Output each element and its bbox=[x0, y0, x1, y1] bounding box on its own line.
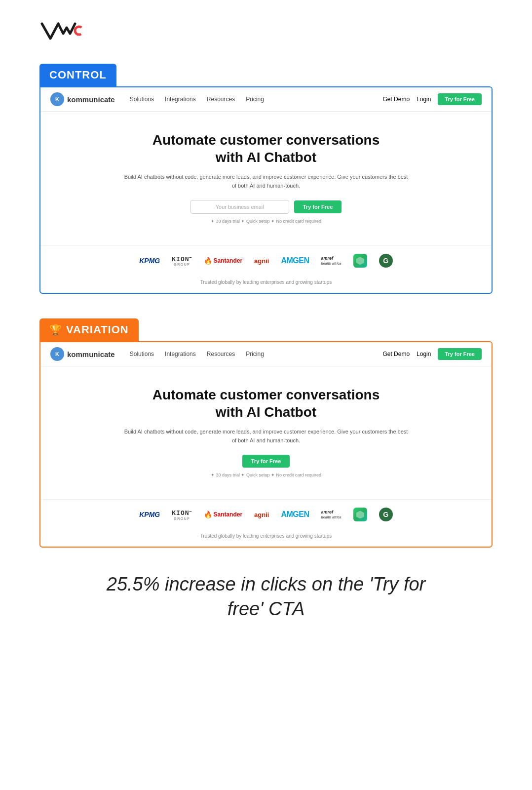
nav-link-resources[interactable]: Resources bbox=[207, 96, 235, 103]
variation-nav-resources[interactable]: Resources bbox=[207, 351, 235, 357]
control-hero: Automate customer conversations with AI … bbox=[40, 112, 492, 245]
svg-point-0 bbox=[75, 27, 83, 35]
control-trusted-text: Trusted globally by leading enterprises … bbox=[40, 276, 492, 293]
brand-agnii: agnii bbox=[254, 257, 269, 265]
control-label: CONTROL bbox=[39, 64, 116, 86]
kommunicate-icon: K bbox=[50, 92, 64, 106]
variation-frame: K kommunicate Solutions Integrations Res… bbox=[39, 341, 493, 548]
variation-nav-brand: kommunicate bbox=[67, 350, 115, 358]
nav-try-btn[interactable]: Try for Free bbox=[438, 93, 482, 105]
variation-nav-pricing[interactable]: Pricing bbox=[246, 351, 264, 357]
variation-label-text: VARIATION bbox=[66, 323, 129, 336]
variation-brand-circle-g: G bbox=[379, 508, 393, 521]
variation-label: 🏆 VARIATION bbox=[39, 318, 139, 341]
control-frame: K kommunicate Solutions Integrations Res… bbox=[39, 86, 493, 294]
control-hero-subtitle: Build AI chatbots without code, generate… bbox=[123, 173, 409, 190]
variation-brand-amref: amrefhealth africa bbox=[321, 510, 341, 519]
variation-trusted-text: Trusted globally by leading enterprises … bbox=[40, 529, 492, 547]
variation-nav-integrations[interactable]: Integrations bbox=[165, 351, 196, 357]
brand-bluestacks bbox=[353, 254, 367, 268]
variation-section: 🏆 VARIATION K kommunicate Solutions Inte… bbox=[39, 318, 493, 548]
nav-link-solutions[interactable]: Solutions bbox=[130, 96, 154, 103]
variation-nav-get-demo[interactable]: Get Demo bbox=[382, 351, 410, 357]
variation-try-free-btn[interactable]: Try for Free bbox=[242, 455, 290, 468]
variation-nav-try-btn[interactable]: Try for Free bbox=[438, 348, 482, 360]
nav-login[interactable]: Login bbox=[417, 96, 431, 103]
hero-title-line2: with AI Chatbot bbox=[216, 150, 316, 165]
variation-nav-right: Get Demo Login Try for Free bbox=[382, 348, 482, 360]
nav-get-demo[interactable]: Get Demo bbox=[382, 96, 410, 103]
control-trial-info: ✦ 30 days trial ✦ Quick setup ✦ No credi… bbox=[50, 219, 482, 224]
brand-amref: amrefhealth africa bbox=[321, 256, 341, 266]
control-nav-right: Get Demo Login Try for Free bbox=[382, 93, 482, 105]
variation-nav-login[interactable]: Login bbox=[417, 351, 431, 357]
variation-nav-logo: K kommunicate bbox=[50, 347, 115, 361]
control-hero-title: Automate customer conversations with AI … bbox=[50, 131, 482, 166]
variation-brand-agnii: agnii bbox=[254, 511, 269, 518]
variation-trial-info: ✦ 30 days trial ✦ Quick setup ✦ No credi… bbox=[50, 473, 482, 477]
nav-link-pricing[interactable]: Pricing bbox=[246, 96, 264, 103]
variation-hero: Automate customer conversations with AI … bbox=[40, 366, 492, 499]
control-section: CONTROL K kommunicate Solutions Integrat… bbox=[39, 64, 493, 294]
brand-kion: KION— GROUP bbox=[172, 255, 192, 266]
control-label-text: CONTROL bbox=[49, 69, 107, 81]
variation-nav-solutions[interactable]: Solutions bbox=[130, 351, 154, 357]
variation-brand-bluestacks bbox=[353, 508, 367, 521]
control-email-input[interactable]: Your business email bbox=[190, 200, 289, 214]
variation-cta-area: Try for Free bbox=[50, 455, 482, 468]
stat-text: 25.5% increase in clicks on the 'Try for… bbox=[93, 572, 439, 621]
control-nav-logo: K kommunicate bbox=[50, 92, 115, 106]
brand-circle-g: G bbox=[379, 254, 393, 268]
variation-brand-kpmg: KPMG bbox=[139, 511, 160, 518]
brand-kpmg: KPMG bbox=[139, 257, 160, 265]
nav-link-integrations[interactable]: Integrations bbox=[165, 96, 196, 103]
variation-kommunicate-icon: K bbox=[50, 347, 64, 361]
brand-santander: 🔥 Santander bbox=[204, 257, 242, 265]
variation-title-line1: Automate customer conversations bbox=[152, 387, 380, 402]
variation-hero-title: Automate customer conversations with AI … bbox=[50, 386, 482, 421]
control-nav-links: Solutions Integrations Resources Pricing bbox=[130, 96, 264, 103]
control-nav: K kommunicate Solutions Integrations Res… bbox=[40, 87, 492, 112]
control-try-free-btn[interactable]: Try for Free bbox=[294, 200, 342, 213]
variation-hero-subtitle: Build AI chatbots without code, generate… bbox=[123, 428, 409, 445]
variation-nav: K kommunicate Solutions Integrations Res… bbox=[40, 342, 492, 366]
variation-title-line2: with AI Chatbot bbox=[216, 404, 316, 420]
variation-brand-kion: KION— GROUP bbox=[172, 509, 192, 520]
variation-nav-links: Solutions Integrations Resources Pricing bbox=[130, 351, 264, 357]
vwo-logo bbox=[39, 20, 493, 44]
variation-brand-santander: 🔥 Santander bbox=[204, 511, 242, 518]
control-cta-area: Your business email Try for Free bbox=[50, 200, 482, 214]
hero-title-line1: Automate customer conversations bbox=[152, 132, 380, 148]
variation-brands-bar: KPMG KION— GROUP 🔥 Santander agnii AMGEN… bbox=[40, 499, 492, 529]
brand-amgen: AMGEN bbox=[281, 256, 309, 265]
nav-brand: kommunicate bbox=[67, 95, 115, 104]
control-brands-bar: KPMG KION— GROUP 🔥 Santander agnii AMGEN… bbox=[40, 245, 492, 276]
variation-brand-amgen: AMGEN bbox=[281, 510, 309, 519]
